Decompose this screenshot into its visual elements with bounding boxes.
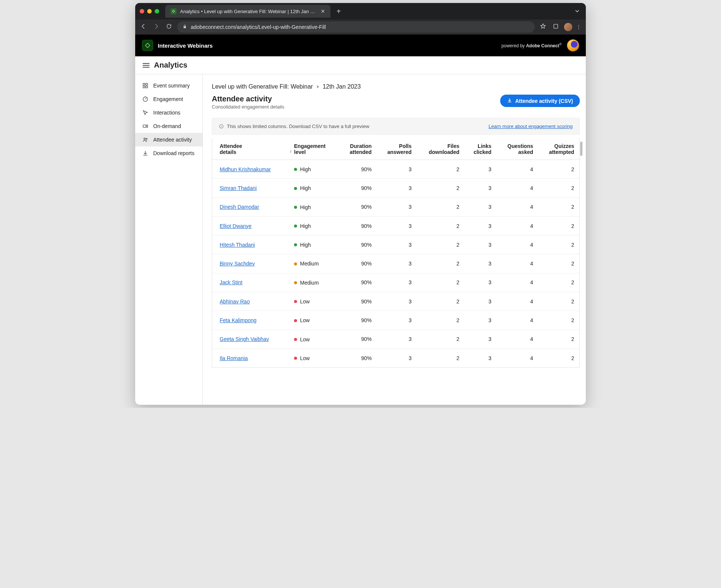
svg-point-8 (146, 138, 147, 139)
bookmark-icon[interactable] (538, 23, 548, 31)
sidebar-item-label: Event summary (153, 83, 190, 89)
col-duration[interactable]: Durationattended (340, 139, 377, 160)
sidebar-item-on-demand[interactable]: On-demand (135, 119, 202, 133)
tabs-dropdown-icon[interactable] (573, 7, 581, 16)
back-button[interactable] (139, 23, 148, 31)
sidebar-item-engagement[interactable]: Engagement (135, 92, 202, 106)
attendee-link[interactable]: Midhun Krishnakumar (220, 166, 271, 172)
cell-links: 3 (465, 348, 496, 367)
cell-links: 3 (465, 216, 496, 235)
cell-polls: 3 (377, 348, 417, 367)
engagement-dot-icon (294, 225, 297, 228)
people-icon (142, 137, 149, 143)
engagement-level: High (300, 166, 311, 172)
cell-questions: 4 (497, 330, 538, 348)
col-engagement[interactable]: ↓ Engagementlevel (291, 139, 340, 160)
tab-favicon (170, 8, 176, 14)
col-questions[interactable]: Questionsasked (497, 139, 538, 160)
engagement-level: Low (300, 336, 310, 342)
forward-button[interactable] (152, 23, 161, 31)
sidebar-item-interactions[interactable]: Interactions (135, 106, 202, 119)
cell-polls: 3 (377, 160, 417, 179)
engagement-dot-icon (294, 243, 297, 246)
cell-quizzes: 2 (538, 330, 579, 348)
breadcrumb-event[interactable]: Level up with Generative Fill: Webinar (212, 83, 313, 90)
cursor-icon (142, 110, 149, 116)
cell-quizzes: 2 (538, 292, 579, 311)
attendee-link[interactable]: Geeta Singh Vaibhav (220, 336, 269, 342)
page-title-bar: Analytics (135, 56, 586, 74)
cell-questions: 4 (497, 198, 538, 216)
cell-questions: 4 (497, 216, 538, 235)
window-controls (140, 9, 159, 14)
engagement-dot-icon (294, 262, 297, 265)
cell-quizzes: 2 (538, 198, 579, 216)
reload-button[interactable] (164, 23, 173, 31)
grid-icon (142, 83, 149, 89)
attendee-link[interactable]: Jack Stint (220, 279, 243, 285)
page-title: Analytics (154, 61, 187, 69)
profile-avatar-icon[interactable] (564, 23, 572, 31)
address-bar[interactable]: adobeconnect.com/analytics/Level-up-with… (177, 21, 535, 33)
cell-files: 2 (417, 160, 465, 179)
browser-tab[interactable]: Analytics • Level up with Generative Fil… (165, 5, 330, 18)
col-links[interactable]: Linksclicked (465, 139, 496, 160)
cell-questions: 4 (497, 348, 538, 367)
sidebar-item-label: Engagement (153, 96, 183, 102)
close-window-button[interactable] (140, 9, 144, 14)
cell-files: 2 (417, 330, 465, 348)
attendee-link[interactable]: Dinesh Damodar (220, 204, 259, 210)
cell-quizzes: 2 (538, 235, 579, 254)
col-polls[interactable]: Pollsanswered (377, 139, 417, 160)
svg-rect-1 (143, 83, 145, 85)
banner-link[interactable]: Learn more about engagement scoring (489, 124, 573, 129)
cell-duration: 90% (340, 348, 377, 367)
section-title: Attendee activity (212, 95, 284, 103)
cell-quizzes: 2 (538, 160, 579, 179)
cell-links: 3 (465, 179, 496, 198)
minimize-window-button[interactable] (147, 9, 152, 14)
app-title: Interactive Webinars (158, 42, 213, 49)
browser-menu-icon[interactable]: ⋮ (576, 24, 582, 30)
address-url: adobeconnect.com/analytics/Level-up-with… (191, 24, 326, 30)
attendee-link[interactable]: Abhinav Rao (220, 299, 250, 305)
attendee-link[interactable]: Hitesh Thadani (220, 242, 255, 248)
menu-toggle-icon[interactable] (143, 63, 149, 68)
attendee-link[interactable]: Simran Thadani (220, 185, 257, 191)
scrollbar-thumb[interactable] (580, 142, 582, 156)
attendee-link[interactable]: Elliot Dwanye (220, 223, 252, 229)
new-tab-button[interactable]: + (334, 7, 343, 16)
extensions-icon[interactable] (551, 23, 560, 31)
sidebar-item-event-summary[interactable]: Event summary (135, 79, 202, 92)
engagement-dot-icon (294, 281, 297, 284)
close-tab-icon[interactable]: ✕ (321, 8, 325, 14)
cell-duration: 90% (340, 160, 377, 179)
user-avatar[interactable] (567, 39, 579, 51)
col-quizzes[interactable]: Quizzesattempted (538, 139, 579, 160)
col-files[interactable]: Filesdownloaded (417, 139, 465, 160)
engagement-dot-icon (294, 206, 297, 209)
cell-quizzes: 2 (538, 273, 579, 292)
cell-duration: 90% (340, 216, 377, 235)
cell-polls: 3 (377, 254, 417, 273)
engagement-level: High (300, 242, 311, 248)
table-row: Jack StintMedium90%32342 (212, 273, 579, 292)
info-banner: This shows limited columns. Download CSV… (212, 118, 580, 135)
browser-toolbar: adobeconnect.com/analytics/Level-up-with… (135, 20, 586, 35)
maximize-window-button[interactable] (155, 9, 159, 14)
attendee-link[interactable]: Feta Kalimpong (220, 317, 256, 323)
engagement-dot-icon (294, 187, 297, 190)
engagement-dot-icon (294, 300, 297, 303)
sidebar-item-download-reports[interactable]: Download reports (135, 146, 202, 160)
table-row: Elliot DwanyeHigh90%32342 (212, 216, 579, 235)
cell-polls: 3 (377, 273, 417, 292)
sidebar-item-attendee-activity[interactable]: Attendee activity (135, 133, 202, 146)
col-attendee[interactable]: Attendeedetails (212, 139, 291, 160)
cell-quizzes: 2 (538, 348, 579, 367)
cell-questions: 4 (497, 273, 538, 292)
attendee-link[interactable]: Binny Sachdev (220, 261, 255, 267)
download-csv-button[interactable]: Attendee activity (CSV) (500, 95, 580, 107)
attendee-link[interactable]: Ila Romania (220, 355, 248, 361)
cell-duration: 90% (340, 311, 377, 330)
cell-quizzes: 2 (538, 216, 579, 235)
